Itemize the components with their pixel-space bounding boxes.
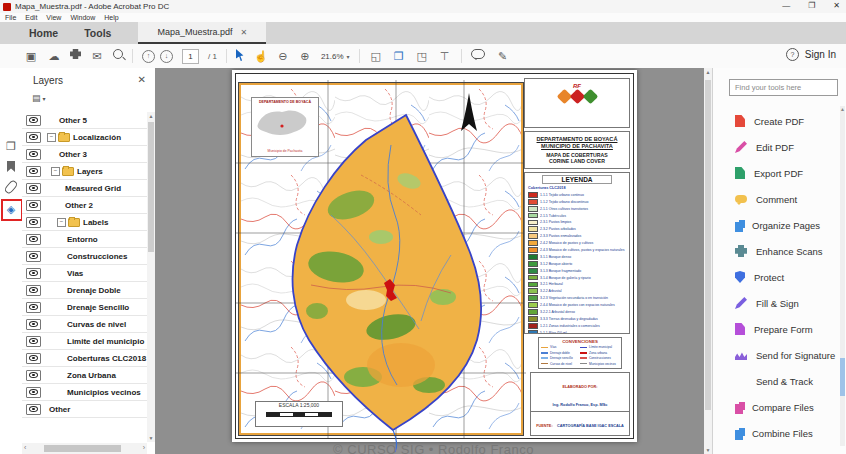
layer-visibility-eye-icon[interactable] xyxy=(26,166,41,177)
tool-item[interactable]: Protect xyxy=(735,264,837,290)
page-nav-icon[interactable]: ↑ xyxy=(142,50,155,63)
tool-item[interactable]: Send for Signature xyxy=(735,342,837,368)
layers-panel-close-icon[interactable]: ✕ xyxy=(138,74,146,85)
layer-visibility-eye-icon[interactable] xyxy=(26,217,41,228)
toolbar-icon[interactable] xyxy=(113,49,123,59)
tool-item[interactable]: Enhance Scans xyxy=(735,238,837,264)
view-tool-icon[interactable]: ⊖ xyxy=(276,49,290,63)
view-tool-icon[interactable]: ⊕ xyxy=(298,49,312,63)
menu-item[interactable]: Edit xyxy=(25,14,37,21)
toolbar-icon[interactable]: ☁ xyxy=(47,49,61,63)
page-nav-icon[interactable]: ↓ xyxy=(160,50,173,63)
layer-row[interactable]: Curvas de nivel xyxy=(22,316,147,333)
tools-scrollbar[interactable]: ▲ xyxy=(840,106,845,446)
layer-row[interactable]: Drenaje Doble xyxy=(22,282,147,299)
layer-visibility-eye-icon[interactable] xyxy=(26,251,41,262)
tool-item[interactable]: Prepare Form xyxy=(735,316,837,342)
scrollbar-thumb[interactable] xyxy=(705,80,711,410)
tab-home[interactable]: Home xyxy=(16,22,71,44)
view-tool-icon[interactable] xyxy=(236,49,246,61)
layer-row[interactable]: − Localización xyxy=(22,129,147,146)
scrollbar-thumb[interactable] xyxy=(44,445,121,452)
layer-row[interactable]: Other 2 xyxy=(22,197,147,214)
fit-view-icon[interactable]: ◳ xyxy=(415,49,429,63)
menu-item[interactable]: View xyxy=(46,14,61,21)
tool-item[interactable]: Fill & Sign xyxy=(735,290,837,316)
layers-options-button[interactable]: ▤ ▾ xyxy=(32,93,46,103)
attachments-icon[interactable] xyxy=(0,180,22,196)
layer-row[interactable]: Measured Grid xyxy=(22,180,147,197)
fit-view-icon[interactable]: ❐ xyxy=(392,49,406,63)
layer-visibility-eye-icon[interactable] xyxy=(26,302,41,313)
help-icon[interactable]: ? xyxy=(786,48,799,61)
layer-row[interactable]: Municipios vecinos xyxy=(22,384,147,401)
tool-item[interactable]: Compare Files xyxy=(735,394,837,420)
layer-visibility-eye-icon[interactable] xyxy=(26,132,41,143)
layer-visibility-eye-icon[interactable] xyxy=(26,115,41,126)
expand-collapse-icon[interactable]: − xyxy=(51,167,60,176)
layer-row[interactable]: Vias xyxy=(22,265,147,282)
menu-item[interactable]: File xyxy=(5,14,16,21)
layer-visibility-eye-icon[interactable] xyxy=(26,387,41,398)
layer-visibility-eye-icon[interactable] xyxy=(26,319,41,330)
tool-item[interactable]: Edit PDF xyxy=(735,134,837,160)
layer-row[interactable]: Coberturas CLC2018 xyxy=(22,350,147,367)
layer-row[interactable]: Other 3 xyxy=(22,146,147,163)
scrollbar-thumb[interactable] xyxy=(840,358,845,396)
layer-visibility-eye-icon[interactable] xyxy=(26,200,41,211)
tab-tools[interactable]: Tools xyxy=(71,22,124,44)
layer-visibility-eye-icon[interactable] xyxy=(26,336,41,347)
tool-item[interactable]: Send & Track xyxy=(735,368,837,394)
page-thumbnails-icon[interactable]: ❐ xyxy=(0,140,22,153)
sign-in-button[interactable]: Sign In xyxy=(805,49,836,60)
toolbar-icon[interactable]: ✉ xyxy=(90,49,104,63)
tool-item[interactable]: Create PDF xyxy=(735,108,837,134)
fit-view-icon[interactable]: ◱ xyxy=(369,49,383,63)
layers-horizontal-scrollbar[interactable]: ‹ › xyxy=(22,443,147,454)
fit-view-icon[interactable]: ⊤ xyxy=(438,49,452,63)
layer-visibility-eye-icon[interactable] xyxy=(26,370,41,381)
layer-visibility-eye-icon[interactable] xyxy=(26,183,41,194)
layer-row[interactable]: − Labels xyxy=(22,214,147,231)
layer-row[interactable]: Drenaje Sencillo xyxy=(22,299,147,316)
tools-search-input[interactable]: Find your tools here xyxy=(729,79,838,96)
layer-visibility-eye-icon[interactable] xyxy=(26,353,41,364)
layer-visibility-eye-icon[interactable] xyxy=(26,285,41,296)
layer-row[interactable]: − Layers xyxy=(22,163,147,180)
bookmarks-icon[interactable] xyxy=(0,161,22,174)
layer-row[interactable]: Limite del municipio xyxy=(22,333,147,350)
pdf-page[interactable]: DEPARTAMENTO DE BOYACÁ Municipio de Pach… xyxy=(232,70,637,442)
layer-row[interactable]: Other xyxy=(22,401,147,418)
layer-visibility-eye-icon[interactable] xyxy=(26,404,41,415)
zoom-level-dropdown[interactable]: 21.6% ▾ xyxy=(321,52,350,61)
tool-item[interactable]: Combine Files xyxy=(735,420,837,446)
layer-row[interactable]: Entorno xyxy=(22,231,147,248)
annotate-icon[interactable]: ✎ xyxy=(496,49,510,63)
toolbar-icon[interactable] xyxy=(70,49,81,59)
tool-item[interactable]: Comment xyxy=(735,186,837,212)
layer-row[interactable]: Other 5 xyxy=(22,112,147,129)
page-number-input[interactable]: 1 xyxy=(182,49,199,64)
layer-row[interactable]: Construcciones xyxy=(22,248,147,265)
document-tab-close-icon[interactable]: ✕ xyxy=(241,28,248,37)
annotate-icon[interactable] xyxy=(471,49,485,59)
restore-button[interactable]: ❐ xyxy=(808,1,815,10)
scrollbar-thumb[interactable] xyxy=(148,122,154,252)
layer-visibility-eye-icon[interactable] xyxy=(26,149,41,160)
layer-visibility-eye-icon[interactable] xyxy=(26,234,41,245)
menu-item[interactable]: Help xyxy=(104,14,118,21)
document-vertical-scrollbar[interactable]: ▲ ▼ xyxy=(704,68,712,454)
minimize-button[interactable]: — xyxy=(782,1,790,10)
layer-row[interactable]: Zona Urbana xyxy=(22,367,147,384)
tool-item[interactable]: Organize Pages xyxy=(735,212,837,238)
view-tool-icon[interactable]: ☝ xyxy=(254,49,268,63)
close-button[interactable]: ✕ xyxy=(833,1,840,10)
layer-visibility-eye-icon[interactable] xyxy=(26,268,41,279)
expand-collapse-icon[interactable]: − xyxy=(47,133,56,142)
layers-vertical-scrollbar[interactable]: ▲ ▼ xyxy=(147,112,155,442)
expand-collapse-icon[interactable]: − xyxy=(57,218,66,227)
toolbar-icon[interactable]: ▣ xyxy=(24,49,38,63)
tool-item[interactable]: Export PDF xyxy=(735,160,837,186)
tab-document[interactable]: Mapa_Muestra.pdf ✕ xyxy=(138,22,266,44)
menu-item[interactable]: Window xyxy=(70,14,95,21)
